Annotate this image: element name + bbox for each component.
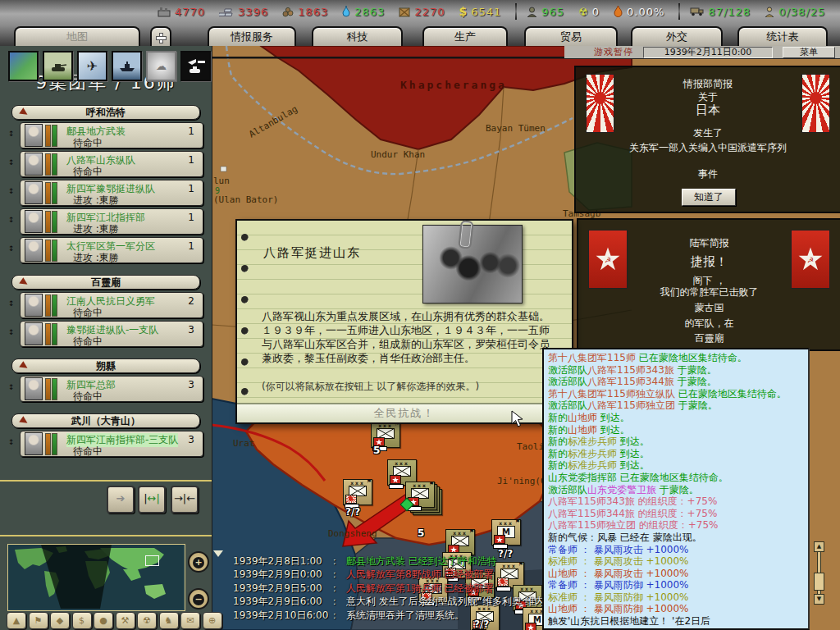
nuclear-button[interactable]: ☁: [146, 51, 176, 81]
ticker-message: 意大利 发生了后条约型战列舰“维多利奥·维内: [346, 595, 545, 608]
unit-card[interactable]: ↕太行军区第一军分区进攻 :東勝1: [20, 237, 203, 263]
ticker-line: 1939年2月8日1:00：鄜县地方武装 已经到达了呼和浩特: [233, 555, 545, 568]
commander-portrait: [25, 294, 43, 317]
units-icon: [185, 57, 207, 76]
province-header[interactable]: 百靈廟: [11, 275, 200, 290]
unit-count: 1: [188, 212, 194, 223]
transport-icon: [690, 7, 704, 16]
unit-status: 进攻 :東勝: [73, 222, 119, 236]
tab-trade[interactable]: 贸易: [524, 26, 618, 46]
unit-card[interactable]: ↕新四军江北指挥部进攻 :東勝1: [20, 208, 203, 235]
land-units-button[interactable]: [43, 51, 73, 81]
organisation-bar: [45, 182, 51, 204]
province-name: 朔縣: [96, 360, 116, 372]
region-mode-button[interactable]: ◆: [50, 612, 70, 629]
acknowledge-button[interactable]: 知道了: [682, 189, 736, 206]
commander-portrait: [25, 432, 43, 455]
tab-technology[interactable]: 科技: [312, 26, 403, 46]
resource-supplies-value: 2270: [414, 6, 445, 18]
air-units-button[interactable]: ✈: [77, 51, 107, 81]
unit-card[interactable]: ↕新四军豫鄂挺进纵队进攻 :東勝1: [20, 180, 203, 206]
unit-status: 待命中: [73, 165, 103, 179]
unit-status: 待命中: [73, 445, 103, 459]
province-arrow-icon: [19, 107, 30, 118]
army-line2: 我们的常胜军已击败了: [578, 285, 840, 299]
diplomatic-mode-button[interactable]: ⊕: [203, 612, 222, 629]
tab-production[interactable]: 生产: [422, 26, 508, 46]
log-scrollbar[interactable]: ▲ ▼: [813, 541, 824, 604]
resources-mode-button[interactable]: ●: [94, 612, 113, 629]
resource-metal: 3396: [219, 6, 268, 18]
map-label: lun: [213, 176, 230, 186]
naval-units-button[interactable]: [112, 51, 142, 81]
counter-m[interactable]: xxxM⚑: [491, 519, 521, 546]
tab-map[interactable]: 地图: [14, 26, 140, 46]
flag-pole-icon: ⚑: [515, 518, 520, 525]
army-briefing-panel: ☭ ☭ 陆军简报 捷报！ 阁下 ， 我们的常胜军已击败了 蒙古国 的军队，在 百…: [577, 218, 840, 351]
unit-status: 进攻 :東勝: [73, 194, 119, 208]
commander-portrait: [25, 322, 43, 345]
sidebar-view-buttons: ✈ ☁: [8, 51, 215, 81]
tab-move-view[interactable]: [150, 26, 171, 46]
move-indicator-icon: ↕: [8, 187, 15, 195]
economic-mode-button[interactable]: $: [72, 612, 92, 629]
unit-strength-label: 5: [418, 527, 424, 539]
unit-card[interactable]: ↕豫鄂挺进纵队-一支队待命中3: [20, 321, 203, 347]
counter-jap[interactable]: xxx⚑: [343, 479, 372, 505]
army-enemy: 蒙古国: [578, 301, 840, 315]
organisation-bar: [45, 323, 51, 345]
tab-diplomacy[interactable]: 外交: [631, 26, 723, 46]
political-mode-button[interactable]: ⚑: [29, 612, 48, 629]
province-header[interactable]: 武川（大青山）: [11, 413, 200, 428]
minimap-viewport[interactable]: [145, 555, 159, 566]
tab-statistics[interactable]: 统计表: [737, 26, 828, 46]
supply-mode-button[interactable]: ✉: [180, 612, 200, 629]
military-mode-button[interactable]: ⚒: [116, 612, 135, 629]
province-header[interactable]: 朔縣: [11, 358, 200, 373]
scroll-handle[interactable]: [814, 573, 824, 591]
minimap[interactable]: [7, 544, 185, 611]
unit-count: 3: [188, 379, 194, 390]
filter-units-button[interactable]: →|←: [171, 486, 199, 514]
message-ticker: 1939年2月8日1:00：鄜县地方武装 已经到达了呼和浩特1939年2月9日0…: [212, 546, 541, 630]
map-label: Undur Khan: [371, 149, 425, 160]
strength-bar: [52, 182, 57, 204]
japan-badge-icon: [345, 495, 357, 504]
move-view-icon: [156, 33, 167, 43]
province-header[interactable]: 呼和浩特: [11, 105, 200, 120]
map-mode-toolbar: ▲⚑◆$●⚒☢♞✉⊕: [7, 612, 224, 629]
map-view-button[interactable]: [8, 51, 39, 81]
tab-intelligence[interactable]: 情报服务: [208, 26, 296, 46]
partisan-mode-button[interactable]: ♞: [159, 612, 179, 629]
unit-card[interactable]: ↕新四军江南指挥部-三支队待命中3: [20, 431, 203, 457]
terrain-mode-button[interactable]: ▲: [7, 612, 26, 629]
nuclear-mode-button[interactable]: ☢: [137, 612, 157, 629]
unit-card[interactable]: ↕鄜县地方武装待命中1: [20, 122, 203, 148]
menu-button[interactable]: 菜单: [783, 47, 835, 58]
zoom-out-button[interactable]: −: [188, 588, 209, 609]
resource-metal-value: 3396: [238, 6, 268, 18]
message-log-panel: 第十八集团军115师 已在蒙陰地区集结待命。激活部队八路军115师343旅 于蒙…: [542, 348, 810, 630]
map-label: Urat: [233, 438, 255, 449]
zoom-in-button[interactable]: +: [188, 551, 209, 573]
spiral-hole-icon: [241, 234, 249, 241]
resource-oil: 2863: [342, 6, 385, 18]
strength-bar: [52, 211, 57, 233]
goto-unit-button[interactable]: ➔: [107, 486, 135, 514]
ticker-collapse-icon[interactable]: [213, 550, 223, 557]
unit-strength-label: ?/?: [345, 506, 360, 518]
all-units-button[interactable]: [180, 51, 211, 81]
nuke-icon: ☢: [578, 6, 588, 18]
unit-status: 待命中: [73, 335, 103, 349]
move-indicator-icon: ↕: [8, 216, 15, 224]
unit-card[interactable]: ↕江南人民抗日义勇军待命中2: [20, 292, 203, 318]
unit-card[interactable]: ↕新四军总部待命中3: [20, 376, 203, 402]
province-name: 武川（大青山）: [71, 415, 140, 427]
unit-card[interactable]: ↕八路军山东纵队待命中1: [20, 151, 203, 177]
log-line: 新的标准步兵师 到达。: [548, 459, 808, 472]
commander-portrait: [25, 181, 43, 204]
scroll-down-icon[interactable]: ▼: [814, 594, 824, 605]
sort-units-button[interactable]: |↔|: [138, 486, 166, 514]
log-line: 新的气候：风暴 已经在 蒙陰出现。: [548, 532, 808, 544]
commander-portrait: [25, 239, 43, 262]
